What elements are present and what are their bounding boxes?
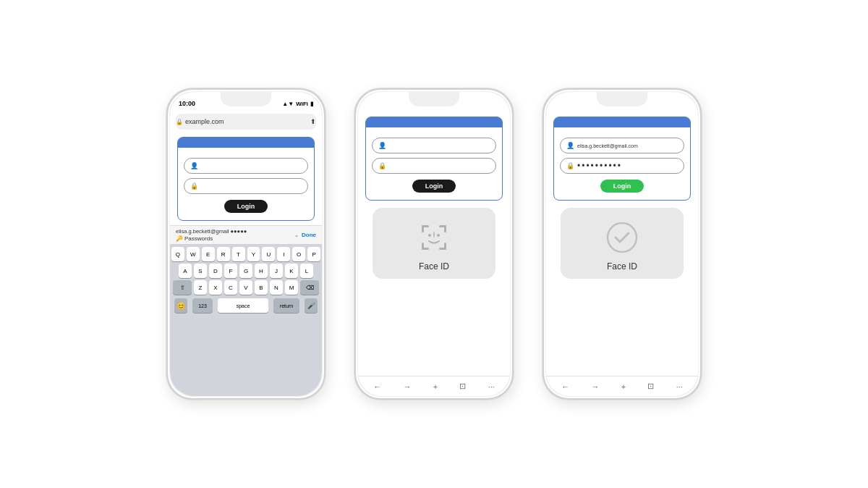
key-shift[interactable]: ⇧ [173,280,192,295]
key-z[interactable]: Z [194,280,207,295]
lock-field-icon-2: 🔒 [378,162,386,169]
autofill-email[interactable]: elisa.g.beckett@gmail ●●●●● [176,228,247,235]
nav-back-2[interactable]: ← [373,382,381,391]
key-c[interactable]: C [224,280,237,295]
svg-rect-3 [444,225,446,232]
phones-container: 10:00 ▲▼ WiFi ▮ 🔒 example.com ⬆ [152,74,716,414]
spacer-3 [546,282,698,376]
key-s[interactable]: S [194,264,207,278]
key-e[interactable]: E [202,247,215,261]
key-r[interactable]: R [217,247,230,261]
lock-field-icon-1: 🔒 [190,182,198,190]
nav-more-2[interactable]: ··· [488,382,495,391]
key-123[interactable]: 123 [192,298,213,313]
login-button-2[interactable]: Login [412,180,456,193]
svg-point-8 [428,234,431,237]
key-i[interactable]: I [277,247,290,261]
svg-point-11 [608,223,637,252]
login-card-header-3 [554,117,690,127]
svg-point-9 [437,234,440,237]
username-field-2[interactable]: 👤 [372,138,496,153]
phone-1: 10:00 ▲▼ WiFi ▮ 🔒 example.com ⬆ [166,88,326,400]
key-delete[interactable]: ⌫ [300,280,319,295]
login-card-1: 👤 🔒 Login [177,137,315,221]
key-d[interactable]: D [209,264,222,278]
user-icon-3: 👤 [566,142,574,149]
phone-3-screen: 👤 elisa.g.beckett@gmail.com 🔒 ••••••••••… [546,92,698,396]
login-card-2: 👤 🔒 Login [365,117,503,201]
face-id-success-icon [604,219,640,256]
keyboard: Q W E R T Y U I O P A S D [170,244,322,396]
face-id-panel-3: Face ID [561,208,684,279]
notch-1 [221,92,271,106]
key-space[interactable]: space [218,298,268,313]
key-n[interactable]: N [270,280,283,295]
key-p[interactable]: P [307,247,320,261]
signal-icon: ▲▼ [282,101,294,107]
key-f[interactable]: F [224,264,237,278]
key-j[interactable]: J [270,264,283,278]
svg-rect-5 [422,243,424,250]
nav-tabs-2[interactable]: ⊡ [459,382,466,391]
key-k[interactable]: K [285,264,298,278]
passwords-text: Passwords [184,235,213,242]
key-y[interactable]: Y [247,247,260,261]
face-scan-icon [416,219,452,256]
phone-2-screen: 👤 🔒 Login [358,92,510,396]
key-a[interactable]: A [179,264,192,278]
phone-1-screen: 10:00 ▲▼ WiFi ▮ 🔒 example.com ⬆ [170,92,322,396]
login-button-1[interactable]: Login [224,200,268,213]
nav-back-3[interactable]: ← [561,382,569,391]
bottom-nav-3: ← → + ⊡ ··· [546,376,698,396]
phone-2: 👤 🔒 Login [354,88,514,400]
key-emoji[interactable]: 😊 [174,298,187,313]
kb-row-3: ⇧ Z X C V B N M ⌫ [171,280,320,295]
password-autofill-bar: elisa.g.beckett@gmail ●●●●● 🔑 Passwords … [170,225,322,244]
key-return[interactable]: return [273,298,299,313]
key-o[interactable]: O [292,247,305,261]
nav-tabs-3[interactable]: ⊡ [647,382,654,391]
password-field-1[interactable]: 🔒 [184,178,308,194]
lock-icon: 🔒 [176,119,183,125]
key-icon: 🔑 [176,235,183,242]
key-x[interactable]: X [209,280,222,295]
key-m[interactable]: M [285,280,298,295]
svg-rect-7 [444,243,446,250]
key-h[interactable]: H [255,264,268,278]
url-text: example.com [185,118,224,125]
password-field-3[interactable]: 🔒 •••••••••• [560,158,684,174]
key-b[interactable]: B [255,280,268,295]
key-q[interactable]: Q [171,247,184,261]
url-bar[interactable]: 🔒 example.com ⬆ [176,114,316,130]
password-field-2[interactable]: 🔒 [372,158,496,174]
key-g[interactable]: G [239,264,252,278]
nav-forward-2[interactable]: → [403,382,411,391]
user-icon-2: 👤 [378,142,386,149]
done-button[interactable]: Done [302,232,316,238]
username-field-3[interactable]: 👤 elisa.g.beckett@gmail.com [560,138,684,153]
email-value: elisa.g.beckett@gmail.com [577,143,638,148]
face-id-panel-2: Face ID [373,208,495,279]
bottom-nav-2: ← → + ⊡ ··· [358,376,510,396]
login-card-header-2 [366,117,502,127]
key-v[interactable]: V [239,280,252,295]
password-value: •••••••••• [577,161,622,171]
kb-row-4: 😊 123 space return 🎤 [171,297,320,314]
face-id-label-2: Face ID [419,261,449,272]
nav-forward-3[interactable]: → [591,382,599,391]
nav-plus-3[interactable]: + [621,382,626,391]
login-card-3: 👤 elisa.g.beckett@gmail.com 🔒 ••••••••••… [553,117,691,201]
nav-plus-2[interactable]: + [433,382,438,391]
status-icons-1: ▲▼ WiFi ▮ [282,101,313,107]
notch-3 [597,92,647,106]
share-icon: ⬆ [310,118,316,125]
key-t[interactable]: T [232,247,245,261]
login-button-3[interactable]: Login [600,180,644,193]
nav-more-3[interactable]: ··· [676,382,683,391]
key-l[interactable]: L [300,264,313,278]
key-mic[interactable]: 🎤 [305,298,318,313]
key-w[interactable]: W [187,247,200,261]
username-field-1[interactable]: 👤 [184,158,308,174]
key-u[interactable]: U [262,247,275,261]
user-icon-1: 👤 [190,162,198,169]
